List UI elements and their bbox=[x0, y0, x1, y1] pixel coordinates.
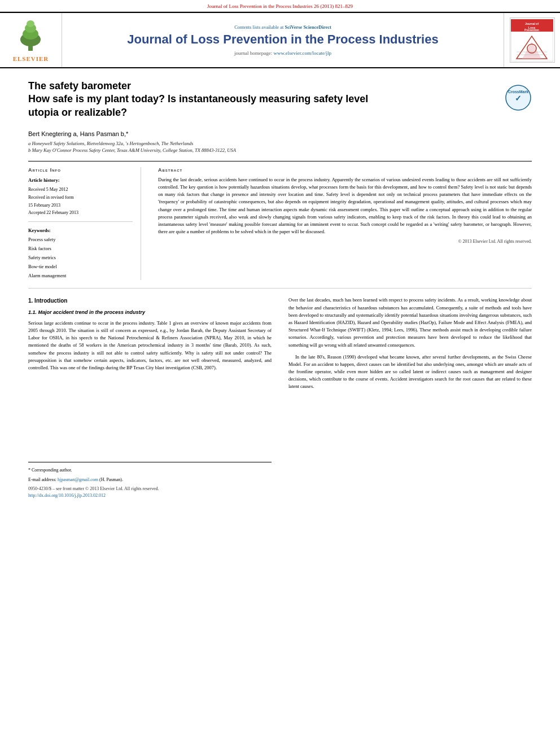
section1-subheading: 1.1. Major accident trend in the process… bbox=[28, 309, 272, 317]
footnote-email: E-mail address: hjpasman@gmail.com (H. P… bbox=[28, 477, 272, 483]
affiliation-b: b Mary Kay O'Connor Process Safety Cente… bbox=[28, 147, 532, 154]
doi-line[interactable]: http://dx.doi.org/10.1016/j.jlp.2013.02.… bbox=[28, 492, 272, 499]
article-history: Article history: Received 5 May 2012 Rec… bbox=[28, 176, 133, 222]
keywords-section: Keywords: Process safety Risk factors Sa… bbox=[28, 228, 133, 281]
top-bar-text: Journal of Loss Prevention in the Proces… bbox=[207, 3, 353, 9]
received-date: Received 5 May 2012 bbox=[28, 186, 133, 194]
body-col-right: Over the last decades, much has been lea… bbox=[288, 296, 532, 499]
footnote-corresponding: * Corresponding author. bbox=[28, 467, 272, 474]
elsevier-logo-area: ELSEVIER bbox=[0, 13, 62, 67]
col2-para1-text: Over the last decades, much has been lea… bbox=[288, 297, 532, 347]
journal-header-center: Contents lists available at SciVerse Sci… bbox=[62, 13, 504, 67]
svg-text:CrossMark: CrossMark bbox=[508, 90, 528, 94]
kw-5: Alarm management bbox=[28, 271, 133, 280]
svg-text:Journal of: Journal of bbox=[525, 22, 539, 25]
affiliations: a Honeywell Safety Solutions, Rietvelden… bbox=[28, 141, 532, 154]
journal-logo-area: Journal of Loss Prevention bbox=[504, 13, 560, 67]
elsevier-logo: ELSEVIER bbox=[13, 18, 49, 62]
journal-cover-icon: Journal of Loss Prevention bbox=[511, 19, 553, 62]
copyright-line: © 2013 Elsevier Ltd. All rights reserved… bbox=[158, 239, 532, 244]
title-line1: The safety barometer bbox=[28, 80, 412, 93]
svg-point-4 bbox=[27, 20, 34, 27]
kw-1: Process safety bbox=[28, 235, 133, 244]
footnote-email-address[interactable]: hjpasman@gmail.com bbox=[58, 477, 98, 482]
elsevier-brand-label: ELSEVIER bbox=[13, 55, 49, 62]
history-label: Article history: bbox=[28, 176, 133, 184]
abstract-label: Abstract bbox=[158, 167, 532, 173]
col1-para1-text: Serious large accidents continue to occu… bbox=[28, 320, 272, 370]
revised-date: 15 February 2013 bbox=[28, 202, 133, 209]
kw-4: Bow-tie model bbox=[28, 262, 133, 271]
section1-heading: 1. Introduction bbox=[28, 296, 272, 305]
article-title: The safety barometer How safe is my plan… bbox=[28, 80, 412, 119]
journal-title: Journal of Loss Prevention in the Proces… bbox=[127, 32, 438, 47]
kw-3: Safety metrics bbox=[28, 253, 133, 262]
keywords-list: Process safety Risk factors Safety metri… bbox=[28, 235, 133, 281]
svg-text:Prevention: Prevention bbox=[524, 28, 539, 32]
main-content: The safety barometer How safe is my plan… bbox=[0, 68, 560, 511]
abstract-col: Abstract During the last decade, serious… bbox=[158, 167, 532, 281]
body-col-left: 1. Introduction 1.1. Major accident tren… bbox=[28, 296, 272, 499]
accepted-date: Accepted 22 February 2013 bbox=[28, 209, 133, 217]
elsevier-tree-icon bbox=[14, 18, 47, 52]
journal-url[interactable]: www.elsevier.com/locate/jlp bbox=[274, 50, 331, 56]
sciverse-link[interactable]: SciVerse ScienceDirect bbox=[285, 24, 331, 30]
col2-para2-text: In the late 80's, Reason (1990) develope… bbox=[288, 354, 532, 390]
journal-homepage: journal homepage: www.elsevier.com/locat… bbox=[234, 50, 331, 56]
revised-label: Received in revised form bbox=[28, 194, 133, 202]
body-section: 1. Introduction 1.1. Major accident tren… bbox=[28, 296, 532, 499]
issn-line: 0950-4230/$ – see front matter © 2013 El… bbox=[28, 486, 272, 492]
kw-2: Risk factors bbox=[28, 244, 133, 253]
journal-header: ELSEVIER Contents lists available at Sci… bbox=[0, 12, 560, 68]
section1-col1-para1: Serious large accidents continue to occu… bbox=[28, 320, 272, 372]
authors-text: Bert Knegtering a, Hans Pasman b,* bbox=[28, 130, 128, 137]
section1-col2-para1: Over the last decades, much has been lea… bbox=[288, 296, 532, 348]
svg-text:✓: ✓ bbox=[515, 94, 522, 103]
title-line3: utopia or realizable? bbox=[28, 106, 412, 119]
keywords-label: Keywords: bbox=[28, 228, 133, 233]
article-info-abstract-section: Article Info Article history: Received 5… bbox=[28, 161, 532, 281]
article-info-col: Article Info Article history: Received 5… bbox=[28, 167, 141, 281]
title-crossmark-area: The safety barometer How safe is my plan… bbox=[28, 80, 532, 125]
crossmark-svg: CrossMark ✓ bbox=[505, 84, 532, 111]
section1-col2-para2: In the late 80's, Reason (1990) develope… bbox=[288, 353, 532, 391]
journal-logo-box: Journal of Loss Prevention bbox=[510, 18, 555, 63]
abstract-text: During the last decade, serious accident… bbox=[158, 176, 532, 235]
sciverse-line: Contents lists available at SciVerse Sci… bbox=[234, 24, 331, 30]
top-bar: Journal of Loss Prevention in the Proces… bbox=[0, 0, 560, 12]
crossmark-icon: CrossMark ✓ bbox=[505, 84, 532, 112]
footnote-section: * Corresponding author. E-mail address: … bbox=[28, 462, 272, 500]
section-divider bbox=[28, 288, 532, 289]
affiliation-a: a Honeywell Safety Solutions, Rietvelden… bbox=[28, 141, 532, 147]
article-info-label: Article Info bbox=[28, 167, 133, 173]
doi-link[interactable]: http://dx.doi.org/10.1016/j.jlp.2013.02.… bbox=[28, 493, 106, 498]
title-line2: How safe is my plant today? Is instantan… bbox=[28, 93, 412, 106]
authors-line: Bert Knegtering a, Hans Pasman b,* bbox=[28, 130, 532, 137]
